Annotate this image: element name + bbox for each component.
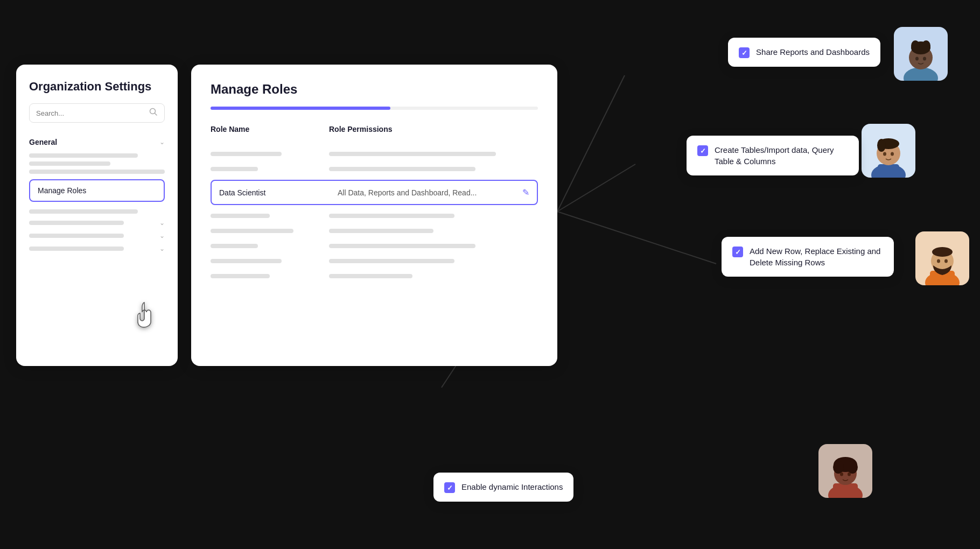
col-header-role-name: Role Name	[211, 125, 329, 133]
table-row-4	[211, 223, 538, 238]
nav-chevron-3: ⌄	[159, 232, 165, 240]
svg-point-23	[932, 247, 953, 257]
checkbox-tables[interactable]	[697, 145, 708, 156]
col-header-role-permissions: Role Permissions	[329, 125, 538, 133]
row-permissions-data-scientist: All Data, Reports and Dashboard, Read...	[338, 188, 522, 197]
card-dynamic-interactions: Enable dynamic Interactions	[433, 473, 573, 502]
avatar-2	[862, 124, 915, 178]
panel-title: Manage Roles	[211, 82, 538, 97]
nav-line-3	[29, 170, 165, 174]
avatar-3	[915, 231, 969, 285]
svg-point-10	[922, 40, 930, 51]
card-rows-text: Add New Row, Replace Existing and Delete…	[750, 245, 883, 268]
svg-line-1	[557, 164, 635, 212]
svg-point-24	[937, 259, 940, 263]
svg-point-9	[911, 40, 920, 51]
svg-line-5	[155, 114, 157, 116]
manage-roles-panel: Manage Roles Role Name Role Permissions …	[191, 65, 557, 366]
progress-bar-fill	[211, 107, 390, 110]
progress-bar-container	[211, 107, 538, 110]
avatar-4-svg	[821, 447, 870, 498]
avatar-2-svg	[864, 126, 913, 178]
table-row-6	[211, 254, 538, 269]
card-tables-text: Create Tables/Import data, Query Table &…	[715, 144, 848, 167]
svg-point-18	[883, 152, 886, 156]
nav-manage-roles-item[interactable]: Manage Roles	[29, 179, 165, 202]
table-row-5	[211, 238, 538, 254]
cursor-hand-icon	[134, 301, 155, 333]
nav-section-4[interactable]: ⌄	[29, 245, 165, 252]
nav-general-header[interactable]: General ⌄	[29, 135, 165, 150]
avatar-4	[818, 444, 872, 498]
card-share-text: Share Reports and Dashboards	[756, 46, 870, 58]
nav-line-5	[29, 221, 124, 225]
checkbox-dynamic[interactable]	[444, 482, 455, 493]
nav-line-7	[29, 247, 124, 251]
svg-line-0	[557, 75, 625, 212]
nav-manage-roles-label: Manage Roles	[38, 186, 86, 195]
org-settings-panel: Organization Settings General ⌄ Manage R…	[16, 65, 178, 366]
nav-general-label: General	[29, 138, 57, 146]
table-row-3	[211, 208, 538, 223]
nav-section-2[interactable]: ⌄	[29, 219, 165, 227]
table-row-2	[211, 161, 538, 177]
checkbox-rows[interactable]	[732, 247, 743, 257]
svg-point-31	[847, 461, 858, 474]
scene: Organization Settings General ⌄ Manage R…	[0, 0, 980, 549]
avatar-1-svg	[897, 30, 945, 81]
avatar-3-svg	[918, 234, 967, 285]
nav-line-4	[29, 209, 138, 214]
svg-point-33	[848, 473, 851, 476]
svg-point-17	[877, 139, 886, 152]
svg-point-32	[840, 473, 843, 476]
svg-point-11	[915, 57, 919, 61]
nav-general-section: General ⌄	[29, 135, 165, 174]
search-box[interactable]	[29, 103, 165, 123]
svg-point-25	[944, 259, 948, 263]
nav-line-6	[29, 234, 124, 238]
svg-rect-14	[878, 164, 899, 178]
svg-point-30	[833, 461, 844, 474]
card-add-rows: Add New Row, Replace Existing and Delete…	[722, 237, 894, 277]
svg-line-2	[557, 212, 716, 264]
nav-chevron-2: ⌄	[159, 219, 165, 227]
data-scientist-row[interactable]: Data Scientist All Data, Reports and Das…	[211, 180, 538, 205]
checkbox-share[interactable]	[739, 47, 750, 58]
edit-icon[interactable]: ✎	[522, 187, 529, 198]
card-create-tables: Create Tables/Import data, Query Table &…	[687, 136, 859, 175]
row-name-data-scientist: Data Scientist	[219, 188, 338, 197]
nav-chevron-4: ⌄	[159, 245, 165, 252]
table-row-1	[211, 146, 538, 161]
org-settings-title: Organization Settings	[29, 80, 165, 94]
card-dynamic-text: Enable dynamic Interactions	[461, 481, 563, 492]
search-icon	[149, 108, 158, 118]
nav-section-3[interactable]: ⌄	[29, 232, 165, 240]
avatar-1	[894, 27, 948, 81]
svg-rect-27	[833, 483, 858, 498]
svg-point-12	[923, 57, 926, 61]
table-row-7	[211, 269, 538, 284]
card-share-reports: Share Reports and Dashboards	[728, 38, 880, 67]
general-chevron-icon: ⌄	[159, 138, 165, 146]
svg-point-19	[891, 152, 894, 156]
search-input[interactable]	[36, 109, 149, 117]
nav-line-2	[29, 161, 110, 166]
table-header: Role Name Role Permissions	[211, 125, 538, 139]
nav-line-1	[29, 153, 138, 158]
